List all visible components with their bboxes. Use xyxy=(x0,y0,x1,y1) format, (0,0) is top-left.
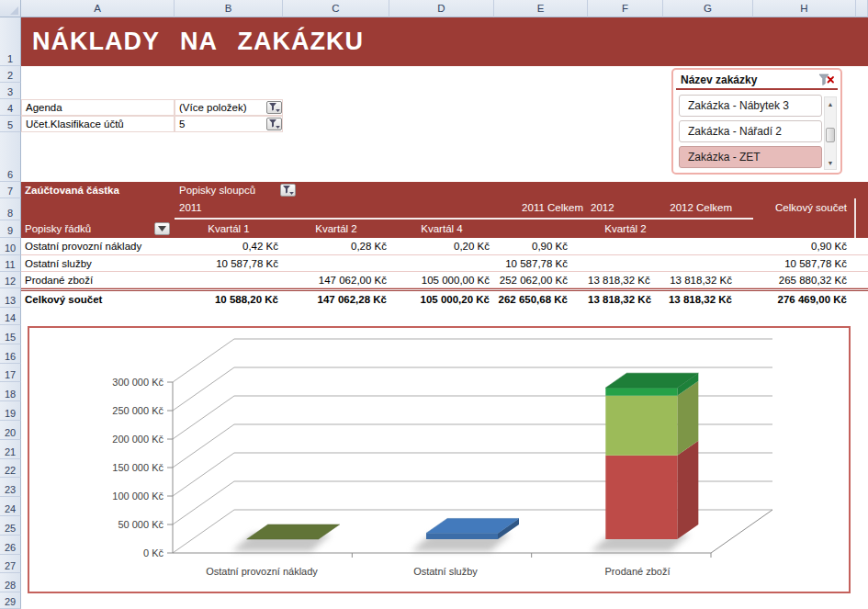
year-2011-header[interactable]: 2011 xyxy=(179,202,202,213)
pivot-header: Zaúčtovaná částka Popisky sloupců 2011 2… xyxy=(21,182,868,238)
clear-filter-icon[interactable] xyxy=(818,73,835,87)
filter-label-klasifikace[interactable]: Učet.Klasifikace účtů xyxy=(21,116,175,132)
scroll-up-icon[interactable]: ▲ xyxy=(825,98,836,109)
select-all-corner[interactable] xyxy=(0,0,21,17)
pivot-cell[interactable]: 0,28 Kč xyxy=(283,241,389,252)
y-axis-tick-label: 0 Kč xyxy=(143,547,164,558)
row-header-28[interactable]: 28 xyxy=(0,573,21,592)
q2-2012-header[interactable]: Kvartál 2 xyxy=(588,223,663,234)
row-header-13[interactable]: 13 xyxy=(0,288,21,308)
row-header-1[interactable]: 1 xyxy=(0,17,21,66)
pivot-cell[interactable]: 13 818,32 Kč xyxy=(663,294,753,305)
row-header-2[interactable]: 2 xyxy=(0,66,21,83)
pivot-cell[interactable]: 10 588,20 Kč xyxy=(175,294,283,305)
row-header-20[interactable]: 20 xyxy=(0,421,21,440)
row-header-12[interactable]: 12 xyxy=(0,272,21,288)
slicer-item-nabytek[interactable]: Zakázka - Nábytek 3 xyxy=(679,95,822,117)
pivot-cell[interactable]: 0,90 Kč xyxy=(494,241,588,252)
row-header-25[interactable]: 25 xyxy=(0,516,21,536)
pivot-cell[interactable]: 105 000,20 Kč xyxy=(389,294,494,305)
column-header-B[interactable]: B xyxy=(175,0,283,17)
row-header-29[interactable]: 29 xyxy=(0,592,21,609)
pivot-cell[interactable]: 13 818,32 Kč xyxy=(588,294,663,305)
pivot-cell[interactable]: 0,20 Kč xyxy=(389,241,494,252)
row-header-15[interactable]: 15 xyxy=(0,325,21,344)
pivot-cell[interactable]: 262 650,68 Kč xyxy=(494,294,588,305)
slicer-item-zet[interactable]: Zakázka - ZET xyxy=(679,146,822,168)
column-header-E[interactable]: E xyxy=(494,0,588,17)
pivot-column-labels[interactable]: Popisky sloupců xyxy=(179,185,255,196)
row-header-21[interactable]: 21 xyxy=(0,440,21,459)
column-header-D[interactable]: D xyxy=(389,0,494,17)
funnel-filter-icon xyxy=(268,119,280,130)
pivot-row-label[interactable]: Celkový součet xyxy=(21,294,175,305)
pivot-cell[interactable]: 147 062,28 Kč xyxy=(283,294,389,305)
row-header-23[interactable]: 23 xyxy=(0,478,21,497)
q1-2011-header[interactable]: Kvartál 1 xyxy=(175,223,283,234)
pivot-cell[interactable]: 10 587,78 Kč xyxy=(175,258,283,269)
row-header-8[interactable]: 8 xyxy=(0,198,21,220)
pivot-cell[interactable]: 265 880,32 Kč xyxy=(753,275,856,286)
grand-total-header[interactable]: Celkový součet xyxy=(753,202,847,213)
pivot-cell[interactable]: 252 062,00 Kč xyxy=(494,275,588,286)
row-header-26[interactable]: 26 xyxy=(0,536,21,555)
column-header-G[interactable]: G xyxy=(663,0,753,17)
bar-segment[interactable] xyxy=(605,396,677,456)
row-header-6[interactable]: 6 xyxy=(0,132,21,182)
pivot-table: Zaúčtovaná částka Popisky sloupců 2011 2… xyxy=(21,182,868,309)
year-2012-header[interactable]: 2012 xyxy=(591,202,614,213)
row-header-11[interactable]: 11 xyxy=(0,255,21,272)
column-header-C[interactable]: C xyxy=(283,0,389,17)
slicer-scrollbar[interactable]: ▲ ▼ xyxy=(824,96,837,170)
q2-2011-header[interactable]: Kvartál 2 xyxy=(283,223,389,234)
pivot-cell[interactable]: 105 000,00 Kč xyxy=(389,275,494,286)
row-header-9[interactable]: 9 xyxy=(0,220,21,238)
chart-object[interactable]: 0 Kč50 000 Kč100 000 Kč150 000 Kč200 000… xyxy=(28,326,851,593)
pivot-cell[interactable]: 10 587,78 Kč xyxy=(494,258,588,269)
column-header-H[interactable]: H xyxy=(753,0,856,17)
row-labels-dropdown-button[interactable] xyxy=(154,222,170,235)
column-header-A[interactable]: A xyxy=(21,0,175,17)
pivot-measure-label[interactable]: Zaúčtovaná částka xyxy=(25,185,119,196)
filter-dropdown-button[interactable] xyxy=(266,101,282,114)
pivot-cell[interactable]: 13 818,32 Kč xyxy=(588,275,663,286)
pivot-cell[interactable]: 276 469,00 Kč xyxy=(753,294,856,305)
row-header-18[interactable]: 18 xyxy=(0,382,21,401)
row-header-27[interactable]: 27 xyxy=(0,555,21,574)
pivot-cell[interactable]: 10 587,78 Kč xyxy=(753,258,856,269)
year-2012-total-header[interactable]: 2012 Celkem xyxy=(663,202,732,213)
pivot-row-label[interactable]: Ostatní provozní náklady xyxy=(21,241,175,252)
row-header-16[interactable]: 16 xyxy=(0,344,21,364)
pivot-row-label[interactable]: Ostatní služby xyxy=(21,258,175,269)
bar-segment[interactable] xyxy=(605,456,677,539)
filter-label-agenda[interactable]: Agenda xyxy=(21,99,175,116)
column-labels-filter-button[interactable] xyxy=(280,184,296,197)
slicer-item-naradi[interactable]: Zakázka - Nářadí 2 xyxy=(679,120,822,142)
pivot-cell[interactable]: 147 062,00 Kč xyxy=(283,275,389,286)
row-header-7[interactable]: 7 xyxy=(0,182,21,198)
bar-segment[interactable] xyxy=(605,388,677,396)
pivot-cell[interactable]: 13 818,32 Kč xyxy=(663,275,753,286)
row-header-17[interactable]: 17 xyxy=(0,364,21,383)
bar-segment[interactable] xyxy=(426,533,498,539)
year-2011-total-header[interactable]: 2011 Celkem xyxy=(494,202,583,213)
pivot-cell[interactable]: 0,42 Kč xyxy=(175,241,283,252)
column-header-F[interactable]: F xyxy=(588,0,663,17)
row-header-22[interactable]: 22 xyxy=(0,459,21,479)
row-header-5[interactable]: 5 xyxy=(0,116,21,132)
row-header-4[interactable]: 4 xyxy=(0,99,21,116)
filter-dropdown-button[interactable] xyxy=(266,118,282,130)
scroll-down-icon[interactable]: ▼ xyxy=(825,157,836,168)
pivot-row-labels[interactable]: Popisky řádků xyxy=(25,223,91,234)
row-header-3[interactable]: 3 xyxy=(0,83,21,99)
scrollbar-thumb[interactable] xyxy=(826,128,835,142)
pivot-row-label[interactable]: Prodané zboží xyxy=(21,275,175,286)
row-header-14[interactable]: 14 xyxy=(0,308,21,325)
row-header-10[interactable]: 10 xyxy=(0,238,21,255)
pivot-cell[interactable]: 0,90 Kč xyxy=(753,241,856,252)
q4-2011-header[interactable]: Kvartál 4 xyxy=(389,223,494,234)
row-header-24[interactable]: 24 xyxy=(0,497,21,516)
row-header-19[interactable]: 19 xyxy=(0,401,21,421)
column-header-partial[interactable] xyxy=(856,0,868,17)
header-underline xyxy=(175,218,753,220)
